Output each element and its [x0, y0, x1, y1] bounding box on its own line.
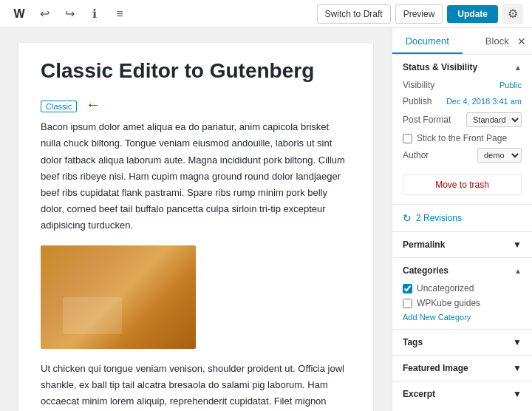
featured-image-section[interactable]: Featured Image ▼: [392, 356, 532, 381]
stick-front-label: Stick to the Front Page: [417, 133, 507, 143]
switch-draft-button[interactable]: Switch to Draft: [317, 4, 391, 24]
permalink-chevron-icon: ▼: [513, 240, 522, 250]
toolbar-left: W ↩ ↪ ℹ ≡: [9, 4, 313, 24]
category-checkbox-wpkube[interactable]: [403, 299, 412, 308]
trash-button[interactable]: Move to trash: [403, 174, 522, 195]
status-visibility-content: Visibility Public Publish Dec 4, 2018 3:…: [392, 80, 532, 204]
post-format-select[interactable]: Standard Aside Image Video: [466, 112, 522, 127]
editor-area: Classic Editor to Gutenberg Classic ← Ba…: [0, 28, 392, 411]
update-button[interactable]: Update: [447, 5, 498, 23]
excerpt-title: Excerpt: [403, 389, 435, 399]
categories-header[interactable]: Categories ▲: [392, 258, 532, 283]
wp-icon-button[interactable]: W: [9, 4, 30, 24]
permalink-title: Permalink: [403, 240, 445, 250]
excerpt-chevron-icon: ▼: [513, 389, 522, 399]
revisions-row[interactable]: ↻ 2 Revisions: [392, 205, 532, 232]
categories-chevron-icon: ▲: [514, 267, 522, 275]
visibility-label: Visibility: [403, 80, 434, 90]
info-button[interactable]: ℹ: [84, 4, 105, 24]
list-view-button[interactable]: ≡: [109, 4, 130, 24]
category-checkbox-uncategorized[interactable]: [403, 284, 412, 293]
sidebar-tabs: Document Block ✕: [392, 28, 532, 55]
author-label: Author: [403, 150, 429, 160]
red-arrow-icon: ←: [86, 96, 100, 113]
visibility-value[interactable]: Public: [499, 81, 522, 89]
body-text-1: Bacon ipsum dolor amet aliqua ea do pari…: [41, 119, 351, 234]
classic-label: Classic: [41, 101, 77, 112]
status-visibility-header[interactable]: Status & Visibility ▲: [392, 55, 532, 80]
wp-icon: W: [13, 7, 24, 21]
post-format-label: Post Format: [403, 115, 451, 125]
settings-button[interactable]: ⚙: [502, 4, 523, 24]
category-label-uncategorized: Uncategorized: [417, 283, 474, 293]
redo-button[interactable]: ↪: [59, 4, 80, 24]
excerpt-section[interactable]: Excerpt ▼: [392, 381, 532, 407]
classic-label-wrap: Classic ←: [41, 96, 351, 113]
post-title[interactable]: Classic Editor to Gutenberg: [41, 58, 351, 84]
author-select[interactable]: demo admin: [477, 148, 522, 163]
category-item-uncategorized: Uncategorized: [403, 283, 522, 293]
permalink-section[interactable]: Permalink ▼: [392, 232, 532, 258]
tags-title: Tags: [403, 337, 423, 347]
categories-section: Categories ▲ Uncategorized WPKube guides…: [392, 258, 532, 330]
stick-front-row: Stick to the Front Page: [403, 133, 522, 143]
tags-chevron-icon: ▼: [513, 337, 522, 347]
featured-image-chevron-icon: ▼: [513, 363, 522, 373]
settings-icon: ⚙: [508, 7, 518, 21]
categories-title: Categories: [403, 265, 449, 276]
visibility-row: Visibility Public: [403, 80, 522, 90]
status-visibility-section: Status & Visibility ▲ Visibility Public …: [392, 55, 532, 205]
preview-button[interactable]: Preview: [395, 4, 443, 24]
featured-image-title: Featured Image: [403, 363, 468, 373]
toolbar-right: Switch to Draft Preview Update ⚙: [317, 4, 523, 24]
category-label-wpkube: WPKube guides: [417, 298, 480, 308]
publish-label: Publish: [403, 96, 432, 106]
post-format-row: Post Format Standard Aside Image Video: [403, 112, 522, 127]
body-text-2: Ut chicken qui tongue veniam venison, sh…: [41, 361, 351, 411]
author-row: Author demo admin: [403, 148, 522, 163]
revisions-icon: ↻: [403, 212, 412, 224]
sidebar: Document Block ✕ Status & Visibility ▲ V…: [392, 28, 532, 411]
categories-content: Uncategorized WPKube guides Add New Cate…: [392, 283, 532, 329]
undo-icon: ↩: [40, 7, 50, 21]
chevron-up-icon: ▲: [514, 64, 522, 72]
category-item-wpkube: WPKube guides: [403, 298, 522, 308]
stick-front-checkbox[interactable]: [403, 134, 412, 143]
status-visibility-title: Status & Visibility: [403, 62, 477, 72]
post-image: [41, 245, 196, 349]
editor-canvas: Classic Editor to Gutenberg Classic ← Ba…: [18, 43, 373, 411]
undo-button[interactable]: ↩: [34, 4, 55, 24]
close-sidebar-button[interactable]: ✕: [517, 35, 526, 47]
list-icon: ≡: [116, 7, 123, 21]
publish-value[interactable]: Dec 4, 2018 3:41 am: [446, 97, 522, 106]
toolbar: W ↩ ↪ ℹ ≡ Switch to Draft Preview Update…: [0, 0, 532, 28]
tab-document[interactable]: Document: [392, 28, 463, 54]
tags-section[interactable]: Tags ▼: [392, 330, 532, 356]
redo-icon: ↪: [65, 7, 75, 21]
main-layout: Classic Editor to Gutenberg Classic ← Ba…: [0, 28, 532, 411]
publish-row: Publish Dec 4, 2018 3:41 am: [403, 96, 522, 106]
info-icon: ℹ: [92, 7, 97, 21]
add-new-category-link[interactable]: Add New Category: [403, 313, 522, 322]
revisions-label: 2 Revisions: [416, 213, 462, 223]
